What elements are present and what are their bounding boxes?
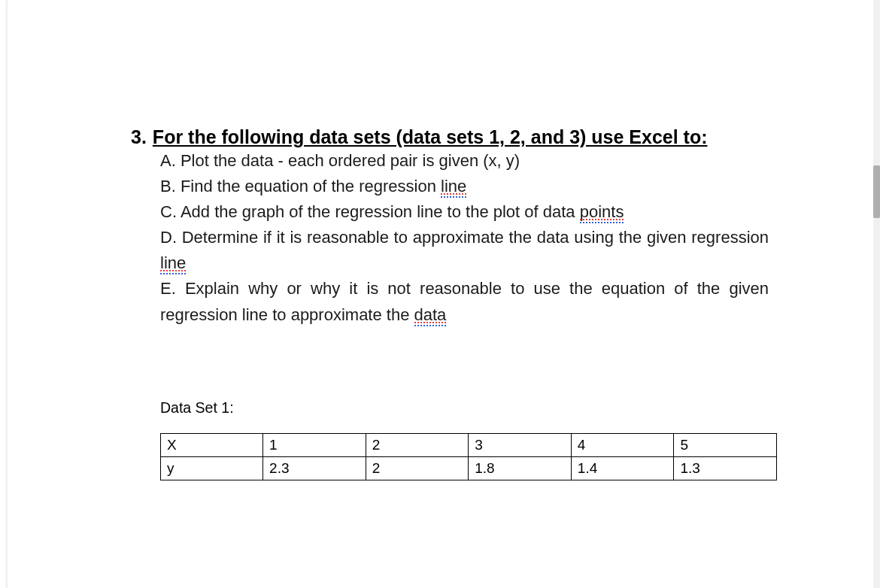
data-table: X 1 2 3 4 5 y 2.3 2 1.8 1.4 1.3	[160, 433, 777, 480]
cell: 1	[263, 433, 366, 456]
item-c-text: C. Add the graph of the regression line …	[160, 202, 580, 221]
scrollbar-track[interactable]	[873, 0, 880, 588]
item-a-text: A. Plot the data - each ordered pair is …	[160, 151, 520, 170]
item-e: E. Explain why or why it is not reasonab…	[160, 276, 769, 327]
underline-word: line	[441, 174, 466, 199]
item-d: D. Determine if it is reasonable to appr…	[160, 225, 769, 276]
item-b-text: B. Find the equation of the regression	[160, 177, 441, 195]
cell: 3	[469, 433, 572, 456]
underline-word: points	[580, 199, 624, 225]
cell: 2	[366, 433, 469, 456]
dataset-label: Data Set 1:	[8, 399, 874, 417]
cell: 2	[366, 456, 469, 480]
underline-word: line	[160, 250, 186, 276]
table-row: X 1 2 3 4 5	[161, 433, 777, 456]
question-items: A. Plot the data - each ordered pair is …	[8, 148, 874, 328]
table-row: y 2.3 2 1.8 1.4 1.3	[161, 456, 777, 480]
cell: 1.8	[469, 456, 572, 480]
cell: 5	[674, 433, 777, 456]
question-number: 3.	[131, 126, 147, 148]
cell: 4	[571, 433, 674, 456]
underline-word: data	[414, 302, 447, 328]
cell: 2.3	[263, 456, 366, 480]
row-header-y: y	[161, 456, 263, 480]
question-heading-row: 3. For the following data sets (data set…	[8, 126, 874, 148]
cell: 1.4	[571, 456, 674, 480]
question-title: For the following data sets (data sets 1…	[153, 126, 708, 148]
item-b: B. Find the equation of the regression l…	[160, 174, 769, 199]
scrollbar-thumb[interactable]	[873, 165, 880, 218]
item-c: C. Add the graph of the regression line …	[160, 199, 769, 225]
document-page: 3. For the following data sets (data set…	[8, 0, 874, 588]
item-e-text: E. Explain why or why it is not reasonab…	[160, 279, 769, 323]
item-d-text: D. Determine if it is reasonable to appr…	[160, 228, 769, 247]
row-header-x: X	[161, 433, 263, 456]
cell: 1.3	[674, 456, 777, 480]
item-a: A. Plot the data - each ordered pair is …	[160, 148, 769, 174]
